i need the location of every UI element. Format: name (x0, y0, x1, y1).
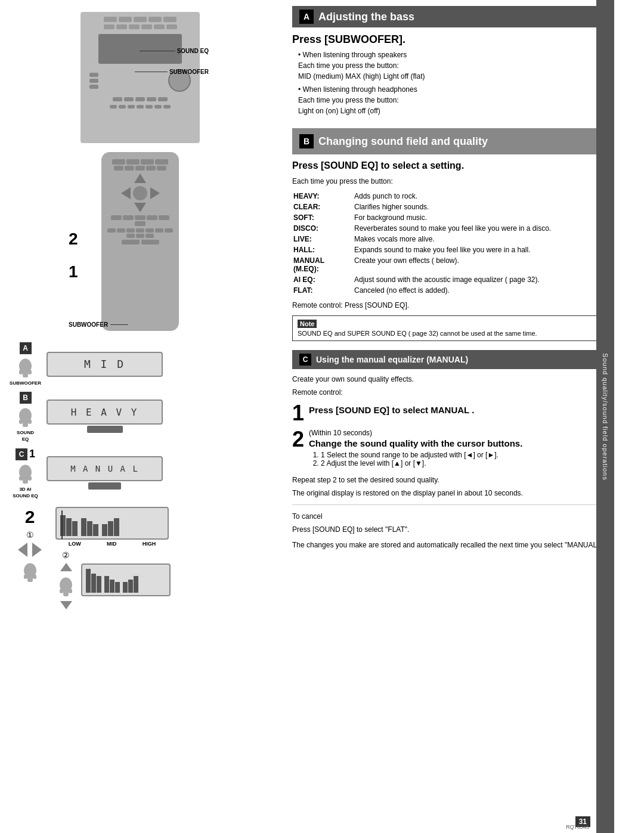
rqt-number: RQT6345 (566, 824, 589, 830)
step1-text: Press [SOUND EQ] to select MANUAL . (309, 402, 474, 415)
dev-b2-btn-5 (145, 105, 153, 109)
svg-rect-5 (23, 421, 28, 428)
dev-b-btn-4 (147, 97, 156, 101)
rem-btn-9 (157, 166, 166, 171)
eq-display-1 (55, 507, 169, 540)
dev-l-btn-2 (89, 79, 98, 83)
section-c-header: C Using the manual equalizer (MANUAL) (292, 350, 602, 369)
device-btn-11 (166, 24, 177, 29)
remote-control-text-b: Remote control: Press [SOUND EQ]. (292, 300, 602, 311)
eq-bar-4-1 (86, 569, 91, 593)
display-b-container: H E A V Y (47, 400, 163, 434)
step2-sub-steps: 1 Select the sound range to be adjusted … (321, 451, 522, 467)
circle-1: ① (26, 530, 34, 540)
setting-name-disco: DISCO: (293, 224, 353, 233)
subwoofer-remote-text: SUBWOOFER (69, 321, 108, 328)
remote-container: 2 1 SUBWOOFER (66, 152, 215, 337)
subwoofer-callout: SUBWOOFER (135, 69, 209, 75)
eq-bar-4-2 (91, 574, 96, 593)
rem-btn-2 (126, 159, 140, 165)
device-image-container: SOUND EQ SUBWOOFER (75, 12, 206, 149)
rem-bo-btn-2 (141, 240, 159, 244)
rem-lo-btn-10 (145, 234, 154, 238)
left-arrow-icon (18, 543, 27, 557)
row-b-label2: EQ (22, 436, 29, 442)
dpad-down-icon (134, 203, 146, 212)
svg-rect-9 (23, 478, 28, 484)
eq-bar-2-2 (87, 521, 92, 536)
repeat-text: Repeat step 2 to set the desired sound q… (292, 475, 602, 485)
setting-row-disco: DISCO: Reverberates sound to make you fe… (293, 224, 601, 233)
create-text: Create your own sound quality effects. (292, 374, 602, 385)
row-b-label: B SOUND EQ (9, 392, 42, 442)
rem-btn-8 (146, 166, 156, 171)
eq-displays: LOW MID HIGH ② (55, 507, 171, 609)
diagram-row-a: A SUBWOOFER M I D (9, 342, 271, 386)
setting-row-clear: CLEAR: Clarifies higher sounds. (293, 202, 601, 212)
remote-lower-buttons (107, 228, 173, 238)
section-a-badge: A (299, 10, 314, 24)
circle-1-row: ① (26, 530, 34, 540)
device-btn-4 (148, 17, 162, 22)
badge-c: C (16, 448, 27, 460)
eq-bars-3 (102, 518, 119, 536)
step2-container: 2 (Within 10 seconds) Change the sound q… (292, 429, 602, 470)
eq-bar-3-1 (102, 524, 107, 536)
up-arrow-icon (60, 563, 72, 571)
rem-btn-7 (135, 166, 145, 171)
device-bottom-row (80, 95, 200, 104)
left-panel: SOUND EQ SUBWOOFER (0, 0, 280, 833)
display-c-container: M A N U A L (47, 456, 163, 491)
eq-bars-6 (123, 576, 138, 593)
device-btn-10 (154, 24, 165, 29)
hand-icon-step2-lr (20, 560, 41, 584)
hand-icon-a (15, 355, 36, 379)
low-label: LOW (69, 541, 81, 547)
dpad-right-icon (150, 187, 160, 199)
hand-icon-c (15, 462, 36, 485)
svg-rect-17 (63, 590, 69, 597)
setting-desc-ai-eq: Adjust sound with the acoustic image equ… (354, 275, 601, 284)
dpad-left-icon (121, 187, 131, 199)
bullet-2-text: When listening through headphones (298, 85, 602, 94)
row-c-label: C 1 3D AI SOUND EQ (9, 448, 42, 498)
device-image (80, 12, 200, 143)
rem-mid-btn-2 (123, 215, 134, 220)
vertical-text-container: Sound quality/sound field operations (596, 0, 614, 833)
section-c-title: Using the manual equalizer (MANUAL) (316, 355, 468, 364)
rem-mid-btn-4 (147, 215, 157, 220)
note-box: Note SOUND EQ and SUPER SOUND EQ ( page … (292, 315, 602, 341)
device-second-row (80, 24, 200, 32)
section-b-title: Changing sound field and quality (318, 135, 488, 148)
dev-b2-btn-1 (110, 105, 117, 109)
rem-mid-btn-6 (135, 221, 145, 226)
setting-desc-disco: Reverberates sound to make you feel like… (354, 224, 601, 233)
dev-b2-btn-2 (119, 105, 126, 109)
press-subwoofer-title: Press [SUBWOOFER]. (292, 33, 602, 46)
row-c-label1: 3D AI (19, 487, 31, 492)
rem-btn-3 (141, 159, 154, 165)
step2-main-text: Change the sound quality with the cursor… (309, 438, 522, 448)
setting-name-soft: SOFT: (293, 213, 353, 222)
bullet-1-sub: Each time you press the button: (298, 60, 602, 71)
lr-arrows (18, 543, 42, 557)
number-label-2: 2 (69, 230, 78, 249)
eq-bar-6-2 (128, 580, 133, 593)
row-c-number: 1 (29, 448, 35, 460)
svg-rect-19 (69, 589, 72, 593)
eq-bar-4-3 (97, 576, 101, 593)
eq-bar-5-2 (110, 580, 114, 593)
setting-desc-clear: Clarifies higher sounds. (354, 202, 601, 212)
setting-name-hall: HALL: (293, 245, 353, 255)
to-cancel-label: To cancel (292, 511, 602, 522)
divider-1 (292, 504, 602, 505)
down-arrow-icon (60, 601, 72, 609)
setting-desc-flat: Canceled (no effect is added). (354, 286, 601, 295)
dev-b-btn-2 (124, 97, 134, 101)
svg-rect-15 (32, 575, 36, 579)
svg-rect-13 (27, 576, 33, 583)
dev-b-btn-5 (158, 97, 168, 101)
dev-l-btn-1 (89, 73, 98, 77)
dev-l-btn-3 (89, 85, 98, 89)
dev-b2-btn-6 (154, 105, 162, 109)
